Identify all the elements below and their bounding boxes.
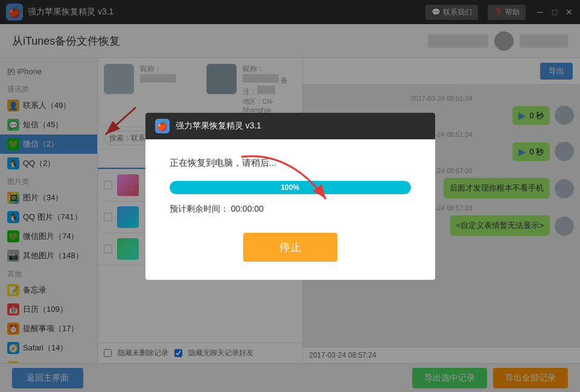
progress-modal: 🍎 强力苹果恢复精灵 v3.1 正在恢复到电脑，请稍后... 100% 预计剩余… <box>145 113 435 280</box>
stop-button[interactable]: 停止 <box>243 233 337 262</box>
modal-status: 正在恢复到电脑，请稍后... <box>170 157 411 169</box>
progress-bar-container: 100% <box>170 181 411 194</box>
modal-app-icon: 🍎 <box>155 119 170 133</box>
modal-body: 正在恢复到电脑，请稍后... 100% 预计剩余时间： 00:00:00 停止 <box>145 139 435 280</box>
modal-title: 强力苹果恢复精灵 v3.1 <box>176 121 261 131</box>
modal-overlay: 🍎 强力苹果恢复精灵 v3.1 正在恢复到电脑，请稍后... 100% 预计剩余… <box>0 0 580 392</box>
progress-label: 100% <box>281 183 299 192</box>
time-remaining: 预计剩余时间： 00:00:00 <box>170 204 411 215</box>
modal-title-bar: 🍎 强力苹果恢复精灵 v3.1 <box>145 113 435 139</box>
